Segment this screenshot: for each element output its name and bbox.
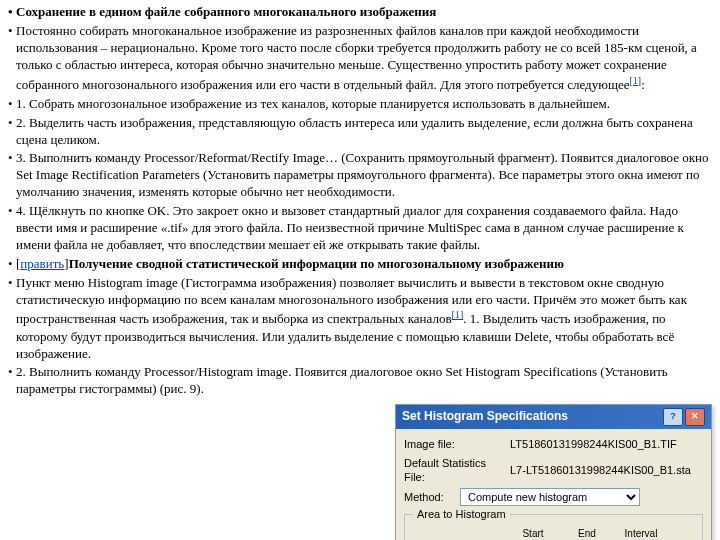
help-button[interactable]: ? [663, 408, 683, 426]
edit-link[interactable]: править [20, 256, 64, 271]
step-4: 4. Щёлкнуть по кнопке OK. Это закроет ок… [8, 203, 712, 254]
hdr-interval: Interval [617, 527, 665, 540]
area-group-title: Area to Histogram [413, 507, 510, 521]
histogram-dialog: Set Histogram Specifications ? ✕ Image f… [395, 404, 712, 540]
close-button[interactable]: ✕ [685, 408, 705, 426]
imagefile-label: Image file: [404, 437, 504, 451]
footnote-ref-2[interactable]: [1] [452, 309, 464, 320]
paragraph-histogram: Пункт меню Histogram image (Гистограмма … [8, 275, 712, 363]
step-1: 1. Собрать многозональное изображение из… [8, 96, 712, 113]
paragraph-intro: Постоянно собирать многоканальное изобра… [8, 23, 712, 94]
statfile-value: L7-LT51860131998244KIS00_B1.sta [510, 463, 691, 477]
hdr-end: End [563, 527, 611, 540]
step-2b: 2. Выполнить команду Processor/Histogram… [8, 364, 712, 398]
step-2: 2. Выделить часть изображения, представл… [8, 115, 712, 149]
imagefile-value: LT51860131998244KIS00_B1.TIF [510, 437, 677, 451]
dialog-title: Set Histogram Specifications [402, 409, 568, 425]
footnote-ref-1[interactable]: [1] [630, 75, 642, 86]
area-group: Area to Histogram Start End Interval Lin… [404, 514, 703, 540]
heading-save-file: Сохранение в едином файле собранного мно… [8, 4, 712, 21]
dialog-titlebar: Set Histogram Specifications ? ✕ [396, 405, 711, 429]
statfile-label: Default Statistics File: [404, 456, 504, 485]
method-label: Method: [404, 490, 454, 504]
step-3: 3. Выполнить команду Processor/Reformat/… [8, 150, 712, 201]
method-select[interactable]: Compute new histogram [460, 488, 640, 506]
hdr-start: Start [509, 527, 557, 540]
heading-histogram: [править]Получение сводной статистическо… [8, 256, 712, 273]
